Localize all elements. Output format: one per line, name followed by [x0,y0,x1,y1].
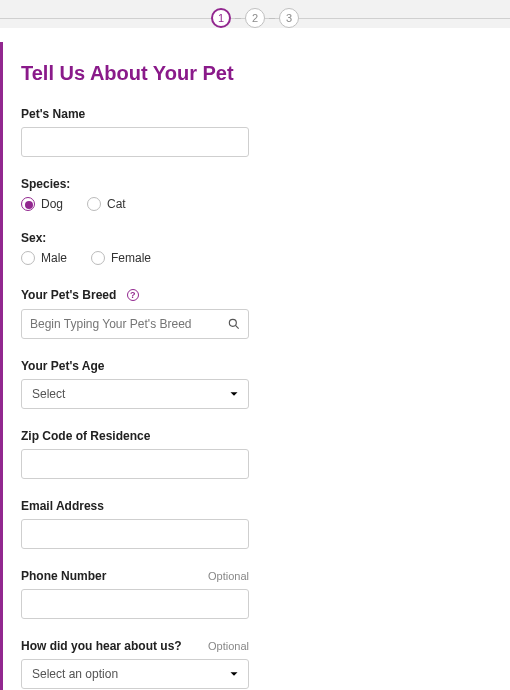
search-icon [227,317,241,331]
species-label: Species: [21,177,70,191]
pet-form-card: Tell Us About Your Pet Pet's Name Specie… [0,42,270,690]
sex-field: Sex: Male Female [21,231,270,265]
chevron-down-icon [227,387,241,401]
email-field: Email Address [21,499,270,549]
hear-label: How did you hear about us? [21,639,182,653]
chevron-down-icon [227,667,241,681]
phone-label: Phone Number [21,569,106,583]
page-title: Tell Us About Your Pet [21,62,281,85]
radio-label: Male [41,251,67,265]
pet-name-input[interactable] [21,127,249,157]
pet-name-label: Pet's Name [21,107,85,121]
svg-point-0 [229,319,236,326]
species-cat-radio[interactable]: Cat [87,197,126,211]
sex-male-radio[interactable]: Male [21,251,67,265]
species-field: Species: Dog Cat [21,177,270,211]
hear-select[interactable]: Select an option [21,659,249,689]
step-3[interactable]: 3 [279,8,299,28]
stepper-steps: 1 2 3 [211,8,299,28]
age-select[interactable]: Select [21,379,249,409]
age-selected: Select [32,387,65,401]
breed-field: Your Pet's Breed ? [21,285,270,339]
step-separator [269,18,275,19]
radio-label: Female [111,251,151,265]
sex-female-radio[interactable]: Female [91,251,151,265]
zip-field: Zip Code of Residence [21,429,270,479]
radio-label: Cat [107,197,126,211]
progress-stepper: 1 2 3 [0,0,510,28]
phone-optional: Optional [208,570,249,582]
help-icon[interactable]: ? [127,289,139,301]
radio-label: Dog [41,197,63,211]
hear-optional: Optional [208,640,249,652]
radio-icon [91,251,105,265]
sex-label: Sex: [21,231,46,245]
zip-input[interactable] [21,449,249,479]
step-2[interactable]: 2 [245,8,265,28]
radio-icon [87,197,101,211]
radio-icon [21,251,35,265]
age-label: Your Pet's Age [21,359,105,373]
breed-input[interactable] [21,309,249,339]
radio-icon [21,197,35,211]
hear-selected: Select an option [32,667,118,681]
svg-line-1 [235,325,238,328]
step-1[interactable]: 1 [211,8,231,28]
pet-name-field: Pet's Name [21,107,270,157]
breed-label: Your Pet's Breed [21,288,116,302]
step-separator [235,18,241,19]
species-dog-radio[interactable]: Dog [21,197,63,211]
phone-field: Phone Number Optional [21,569,270,619]
email-input[interactable] [21,519,249,549]
phone-input[interactable] [21,589,249,619]
age-field: Your Pet's Age Select [21,359,270,409]
email-label: Email Address [21,499,104,513]
hear-field: How did you hear about us? Optional Sele… [21,639,270,689]
zip-label: Zip Code of Residence [21,429,150,443]
